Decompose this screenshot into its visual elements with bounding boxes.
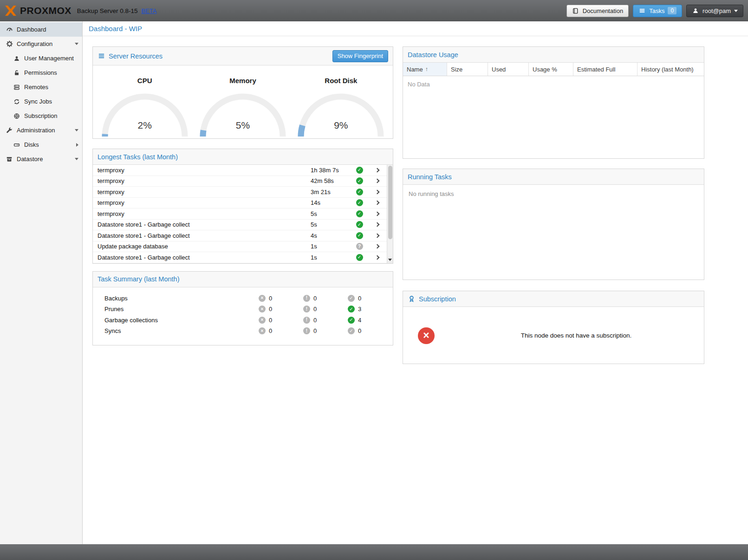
longest-tasks-panel: Longest Tasks (last Month) termproxy 1h … — [92, 149, 393, 264]
open-task-icon[interactable] — [375, 222, 379, 227]
sidebar-item-label: Configuration — [17, 40, 71, 47]
sidebar-item-administration[interactable]: Administration — [0, 123, 82, 137]
gauge-arc — [297, 92, 385, 138]
open-task-icon[interactable] — [375, 233, 379, 238]
scrollbar-down-button[interactable] — [387, 257, 393, 263]
gauge-label: CPU — [137, 77, 152, 85]
open-task-icon[interactable] — [375, 168, 379, 172]
column-header-name[interactable]: Name↑ — [403, 63, 447, 76]
unknown-status-icon: ? — [356, 243, 363, 250]
column-label: Usage % — [533, 66, 557, 73]
error-count: ×0 — [259, 306, 303, 313]
proxmox-logo[interactable]: PROXMOX — [5, 5, 72, 16]
open-task-icon[interactable] — [375, 201, 379, 205]
sidebar-item-configuration[interactable]: Configuration — [0, 37, 82, 51]
ok-status-icon: ✓ — [356, 221, 363, 228]
ok-count: ✓0 — [348, 327, 392, 334]
task-row[interactable]: termproxy 3m 21s ✓ — [93, 187, 387, 198]
product-version: Backup Server 0.8-15 — [77, 7, 138, 14]
longest-tasks-grid: termproxy 1h 38m 7s ✓ termproxy 42m 58s … — [93, 165, 393, 263]
error-value: 0 — [269, 317, 272, 324]
open-task-icon[interactable] — [375, 244, 379, 249]
sync-icon — [13, 98, 20, 105]
error-value: 0 — [269, 295, 272, 302]
task-row[interactable]: termproxy 5s ✓ — [93, 208, 387, 220]
column-header-estimated-full[interactable]: Estimated Full — [573, 63, 637, 76]
task-row[interactable]: termproxy 14s ✓ — [93, 198, 387, 209]
ok-value: 3 — [358, 306, 361, 313]
server-icon — [13, 84, 20, 91]
sidebar-item-datastore[interactable]: Datastore — [0, 152, 82, 166]
sidebar-item-sync-jobs[interactable]: Sync Jobs — [0, 94, 82, 109]
column-header-used[interactable]: Used — [488, 63, 529, 76]
chevron-down-icon[interactable] — [75, 129, 78, 131]
sidebar-item-remotes[interactable]: Remotes — [0, 80, 82, 94]
show-fingerprint-button[interactable]: Show Fingerprint — [332, 50, 388, 62]
subscription-body: × This node does not have a subscription… — [403, 307, 704, 364]
gear-icon — [6, 40, 13, 48]
task-name: termproxy — [98, 199, 311, 206]
datastore-icon — [6, 156, 13, 163]
summary-row-syncs: Syncs ×0 !0 ✓0 — [104, 326, 393, 337]
task-row[interactable]: Datastore store1 - Garbage collect 5s ✓ — [93, 220, 387, 231]
task-row[interactable]: termproxy 42m 58s ✓ — [93, 176, 387, 187]
bottom-bar — [0, 544, 748, 560]
column-header-usage-[interactable]: Usage % — [529, 63, 573, 76]
beta-link[interactable]: BETA — [141, 7, 156, 14]
task-row[interactable]: termproxy 1h 38m 7s ✓ — [93, 165, 387, 176]
documentation-button[interactable]: Documentation — [566, 5, 629, 17]
task-name: Datastore store1 - Garbage collect — [98, 221, 311, 228]
warning-icon: ! — [303, 317, 310, 324]
datastore-usage-empty: No Data — [403, 76, 704, 92]
sidebar-item-user-management[interactable]: User Management — [0, 51, 82, 65]
tasks-count-badge: 0 — [668, 7, 676, 14]
warning-value: 0 — [313, 317, 317, 324]
task-row[interactable]: Datastore store1 - Garbage collect 1s ✓ — [93, 252, 387, 263]
sidebar-item-label: Subscription — [24, 112, 78, 119]
sidebar-item-dashboard[interactable]: Dashboard — [0, 22, 82, 37]
scrollbar-thumb[interactable] — [388, 166, 392, 239]
sidebar-item-label: Remotes — [24, 84, 78, 91]
dashboard-content: Server Resources Show Fingerprint CPU 2%… — [83, 36, 748, 364]
support-icon — [13, 112, 20, 120]
column-header-size[interactable]: Size — [447, 63, 488, 76]
longest-tasks-rows: termproxy 1h 38m 7s ✓ termproxy 42m 58s … — [93, 165, 387, 263]
ok-status-icon: ✓ — [356, 189, 363, 195]
server-resources-panel: Server Resources Show Fingerprint CPU 2%… — [92, 46, 393, 139]
right-column: Datastore Usage Name↑SizeUsedUsage %Esti… — [403, 46, 704, 364]
column-header-history-last-month-[interactable]: History (last Month) — [637, 63, 704, 76]
scrollbar[interactable] — [387, 165, 393, 263]
sidebar-item-disks[interactable]: Disks — [0, 137, 82, 152]
error-value: 0 — [269, 327, 272, 334]
open-task-icon[interactable] — [375, 189, 379, 194]
chevron-down-icon — [734, 10, 738, 12]
sidebar-item-subscription[interactable]: Subscription — [0, 109, 82, 123]
sidebar-item-label: Administration — [17, 127, 71, 134]
sidebar-item-permissions[interactable]: Permissions — [0, 65, 82, 80]
chevron-right-icon[interactable] — [76, 143, 78, 147]
chevron-down-icon[interactable] — [75, 158, 78, 160]
task-list-icon — [638, 7, 646, 14]
open-task-icon[interactable] — [375, 211, 379, 216]
user-menu-button[interactable]: root@pam — [686, 5, 743, 17]
warning-icon: ! — [303, 327, 310, 334]
ok-value: 0 — [358, 327, 361, 334]
chevron-down-icon[interactable] — [75, 43, 78, 45]
open-task-icon[interactable] — [375, 179, 379, 183]
documentation-label: Documentation — [583, 7, 623, 14]
datastore-usage-panel: Datastore Usage Name↑SizeUsedUsage %Esti… — [403, 46, 704, 159]
ribbon-icon — [408, 295, 415, 303]
task-summary-title: Task Summary (last Month) — [98, 275, 179, 283]
task-duration: 1s — [311, 243, 351, 250]
task-row[interactable]: Update package database 1s ? — [93, 241, 387, 253]
sidebar-item-label: Datastore — [17, 156, 71, 163]
server-resources-title: Server Resources — [109, 52, 163, 60]
running-tasks-header: Running Tasks — [403, 169, 704, 185]
task-name: termproxy — [98, 189, 311, 195]
task-row[interactable]: Datastore store1 - Garbage collect 4s ✓ — [93, 230, 387, 241]
tasks-button[interactable]: Tasks 0 — [633, 5, 682, 17]
subscription-panel: Subscription × This node does not have a… — [403, 291, 704, 364]
subscription-message: This node does not have a subscription. — [435, 332, 704, 339]
column-label: Size — [451, 66, 462, 73]
open-task-icon[interactable] — [375, 255, 379, 260]
